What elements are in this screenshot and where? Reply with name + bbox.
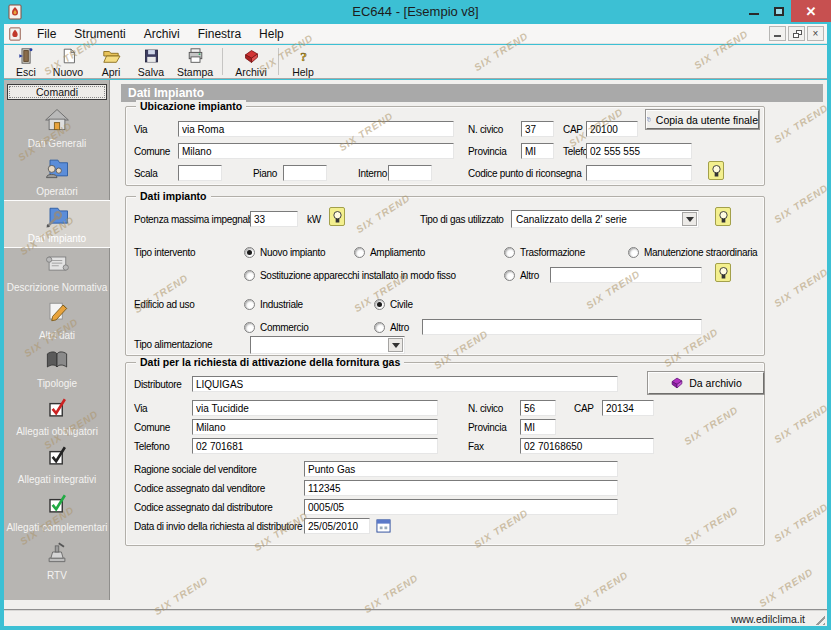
chevron-down-icon[interactable] xyxy=(388,338,403,352)
radio-sostituzione[interactable] xyxy=(244,270,255,281)
radio-trasformazione[interactable] xyxy=(504,247,515,258)
gas-dropdown[interactable]: Canalizzato della 2' serie xyxy=(511,210,699,228)
radio-civile[interactable] xyxy=(374,299,385,310)
hint-bulb-icon[interactable] xyxy=(708,161,724,180)
potenza-input[interactable] xyxy=(250,211,298,227)
house-icon xyxy=(42,106,72,134)
comune-label: Comune xyxy=(134,422,170,433)
sidebar-item-descrizione-normativa[interactable]: Descrizione Normativa xyxy=(4,248,110,296)
mdi-minimize-button[interactable] xyxy=(769,26,786,41)
menu-strumenti[interactable]: Strumenti xyxy=(65,24,134,44)
sidebar-item-allegati-obbligatori[interactable]: Allegati obbligatori xyxy=(4,392,110,440)
da-archivio-button[interactable]: Da archivio xyxy=(648,372,764,394)
ragione-sociale-input[interactable] xyxy=(304,461,618,477)
alimentazione-label: Tipo alimentazione xyxy=(134,339,212,350)
cap-input[interactable] xyxy=(586,121,638,137)
sidebar-item-dati-generali[interactable]: Dati Generali xyxy=(4,104,110,152)
open-folder-icon xyxy=(92,46,130,65)
group-title: Dati per la richiesta di attivazione del… xyxy=(136,356,404,368)
scala-label: Scala xyxy=(134,168,158,179)
close-button[interactable]: ✕ xyxy=(791,0,831,22)
potenza-label: Potenza massima impegnabile xyxy=(134,214,262,225)
alimentazione-dropdown[interactable] xyxy=(250,336,405,354)
piano-label: Piano xyxy=(253,168,277,179)
telefono-input[interactable] xyxy=(586,143,692,159)
print-button[interactable]: Stampa xyxy=(172,46,218,78)
status-bar: www.edilclima.it xyxy=(4,610,827,626)
sidebar-item-tipologie[interactable]: Tipologie xyxy=(4,344,110,392)
data-invio-input[interactable] xyxy=(304,518,370,534)
via-input[interactable] xyxy=(178,121,454,137)
sidebar-item-operatori[interactable]: Operatori xyxy=(4,152,110,200)
save-floppy-icon xyxy=(131,46,171,65)
via-label: Via xyxy=(134,124,147,135)
sidebar-item-rtv[interactable]: RTV xyxy=(4,536,110,584)
cap-label: CAP xyxy=(574,403,594,414)
menu-archivi[interactable]: Archivi xyxy=(135,24,189,44)
archives-button[interactable]: Archivi xyxy=(228,46,274,78)
radio-ampliamento[interactable] xyxy=(354,247,365,258)
interno-input[interactable] xyxy=(388,165,432,181)
exit-button[interactable]: Esci xyxy=(6,46,46,78)
codice-venditore-input[interactable] xyxy=(304,480,618,496)
menu-finestra[interactable]: Finestra xyxy=(189,24,250,44)
codice-riconsegna-input[interactable] xyxy=(586,165,692,181)
codice-venditore-label: Codice assegnato dal venditore xyxy=(134,483,265,494)
hint-bulb-icon[interactable] xyxy=(329,207,345,226)
menu-bar: File Strumenti Archivi Finestra Help × xyxy=(4,24,827,44)
chevron-down-icon[interactable] xyxy=(682,212,697,226)
fax-input[interactable] xyxy=(520,438,654,454)
sidebar-item-allegati-complementari[interactable]: Allegati complementari xyxy=(4,488,110,536)
calendar-icon[interactable] xyxy=(376,518,391,533)
sidebar-item-dati-impianto[interactable]: Dati impianto xyxy=(4,200,110,248)
radio-trasformazione-label: Trasformazione xyxy=(520,247,585,258)
codice-distributore-input[interactable] xyxy=(304,499,618,515)
comandi-header-button[interactable]: Comandi xyxy=(7,84,107,100)
save-button[interactable]: Salva xyxy=(131,46,171,78)
edilclima-link[interactable]: www.edilclima.it xyxy=(731,613,805,625)
comune-input[interactable] xyxy=(178,143,454,159)
scala-input[interactable] xyxy=(178,165,222,181)
via-input[interactable] xyxy=(192,400,438,416)
client-area: Comandi Dati Generali Operatori xyxy=(4,80,827,610)
cap-input[interactable] xyxy=(602,400,654,416)
radio-edificio-altro[interactable] xyxy=(374,322,385,333)
radio-commercio[interactable] xyxy=(244,322,255,333)
comune-input[interactable] xyxy=(192,419,438,435)
radio-intervento-altro[interactable] xyxy=(504,270,515,281)
resize-grip[interactable] xyxy=(812,612,825,625)
stamp-icon xyxy=(42,538,72,566)
codice-riconsegna-label: Codice punto di riconsegna xyxy=(468,168,581,179)
hint-bulb-icon[interactable] xyxy=(715,207,731,226)
piano-input[interactable] xyxy=(283,165,327,181)
mdi-close-button[interactable]: × xyxy=(807,26,824,41)
copy-from-end-user-button[interactable]: Copia da utente finale xyxy=(646,110,759,129)
toolbar-separator xyxy=(222,48,223,75)
edificio-altro-input[interactable] xyxy=(422,319,702,335)
sidebar-item-allegati-integrativi[interactable]: Allegati integrativi xyxy=(4,440,110,488)
menu-help[interactable]: Help xyxy=(250,24,293,44)
telefono-input[interactable] xyxy=(192,438,438,454)
mdi-restore-button[interactable] xyxy=(788,26,805,41)
ncivico-input[interactable] xyxy=(521,121,554,137)
radio-nuovo-impianto[interactable] xyxy=(244,247,255,258)
menu-file[interactable]: File xyxy=(28,24,65,44)
gas-dropdown-value: Canalizzato della 2' serie xyxy=(516,214,627,225)
provincia-input[interactable] xyxy=(520,419,556,435)
plant-data-folder-icon xyxy=(42,203,72,231)
help-button[interactable]: ? Help xyxy=(284,46,322,78)
radio-manutenzione[interactable] xyxy=(628,247,639,258)
data-invio-label: Data di invio della richiesta al distrib… xyxy=(134,521,302,532)
distributore-input[interactable] xyxy=(192,376,618,392)
intervento-altro-input[interactable] xyxy=(550,267,702,283)
minimize-button[interactable] xyxy=(741,0,767,22)
provincia-input[interactable] xyxy=(521,143,554,159)
open-button[interactable]: Apri xyxy=(92,46,130,78)
hint-bulb-icon[interactable] xyxy=(715,263,731,282)
new-button[interactable]: Nuovo xyxy=(46,46,90,78)
ncivico-input[interactable] xyxy=(520,400,556,416)
sidebar: Comandi Dati Generali Operatori xyxy=(4,80,110,600)
maximize-button[interactable] xyxy=(767,0,791,22)
radio-industriale[interactable] xyxy=(244,299,255,310)
sidebar-item-altri-dati[interactable]: Altri dati xyxy=(4,296,110,344)
